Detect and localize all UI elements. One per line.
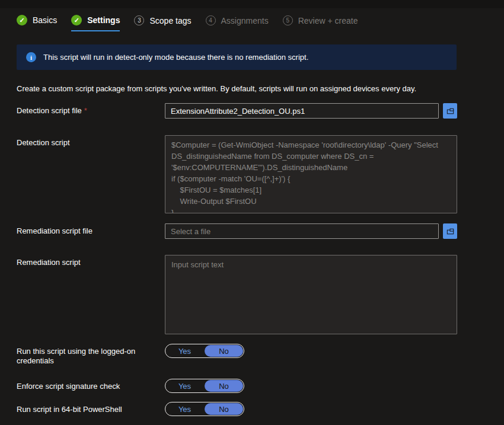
powershell-64bit-label: Run script in 64-bit PowerShell — [17, 402, 156, 414]
browse-file-button[interactable] — [443, 223, 457, 239]
remediation-script-file-input[interactable] — [165, 223, 439, 239]
toggle-option-yes[interactable]: Yes — [165, 402, 204, 416]
step-number-icon: 4 — [206, 15, 216, 25]
top-strip — [0, 0, 504, 8]
logged-on-credentials-label: Run this script using the logged-on cred… — [17, 344, 156, 366]
detection-script-label: Detection script — [17, 135, 156, 148]
signature-check-label: Enforce script signature check — [17, 379, 156, 391]
remediation-script-row: Remediation script — [17, 255, 504, 334]
toggle-option-no[interactable]: No — [205, 403, 243, 415]
remediation-script-file-label: Remediation script file — [17, 223, 156, 236]
detection-script-file-input[interactable] — [165, 103, 439, 119]
tab-review-create: 5 Review + create — [283, 15, 358, 31]
wizard-tab-bar: ✓ Basics ✓ Settings 3 Scope tags 4 Assig… — [0, 8, 504, 31]
toggle-option-yes[interactable]: Yes — [165, 344, 204, 357]
info-banner: i This script will run in detect-only mo… — [17, 44, 457, 70]
tab-scope-tags[interactable]: 3 Scope tags — [134, 15, 191, 31]
logged-on-credentials-row: Run this script using the logged-on cred… — [17, 344, 504, 366]
detection-script-row: Detection script $Computer = (Get-WmiObj… — [17, 135, 504, 213]
info-icon: i — [26, 52, 36, 62]
toggle-option-no[interactable]: No — [205, 380, 243, 392]
logged-on-credentials-toggle[interactable]: Yes No — [165, 344, 244, 358]
browse-file-button[interactable] — [443, 103, 457, 119]
field-label: Detection script file* — [17, 103, 156, 116]
remediation-script-textarea[interactable] — [165, 255, 457, 334]
check-icon: ✓ — [17, 15, 27, 25]
detection-script-file-label: Detection script file — [17, 106, 82, 115]
toggle-option-no[interactable]: No — [205, 345, 243, 357]
tab-label: Assignments — [221, 16, 269, 25]
page-description: Create a custom script package from scri… — [17, 84, 487, 94]
detection-script-textarea[interactable]: $Computer = (Get-WmiObject -Namespace 'r… — [165, 135, 457, 213]
step-number-icon: 5 — [283, 15, 293, 25]
file-input-group — [165, 103, 457, 119]
step-number-icon: 3 — [134, 15, 144, 25]
script-package-settings-page: ✓ Basics ✓ Settings 3 Scope tags 4 Assig… — [0, 0, 504, 425]
required-asterisk: * — [84, 106, 87, 115]
tab-label: Settings — [87, 15, 120, 25]
tab-label: Basics — [33, 15, 57, 25]
tab-assignments: 4 Assignments — [206, 15, 269, 31]
toggle-option-yes[interactable]: Yes — [165, 379, 204, 392]
detection-script-file-row: Detection script file* — [17, 103, 504, 119]
file-input-group — [165, 223, 457, 239]
folder-icon — [446, 227, 455, 236]
tab-label: Review + create — [298, 16, 358, 25]
powershell-64bit-row: Run script in 64-bit PowerShell Yes No — [17, 402, 504, 416]
info-banner-text: This script will run in detect-only mode… — [43, 53, 308, 62]
powershell-64bit-toggle[interactable]: Yes No — [165, 402, 244, 416]
check-icon: ✓ — [71, 15, 82, 25]
tab-settings[interactable]: ✓ Settings — [71, 15, 120, 31]
tab-label: Scope tags — [149, 16, 191, 25]
remediation-script-label: Remediation script — [17, 255, 156, 267]
remediation-script-file-row: Remediation script file — [17, 223, 504, 239]
folder-icon — [446, 107, 455, 116]
tab-basics[interactable]: ✓ Basics — [17, 15, 57, 31]
signature-check-row: Enforce script signature check Yes No — [17, 379, 504, 393]
signature-check-toggle[interactable]: Yes No — [165, 379, 244, 393]
